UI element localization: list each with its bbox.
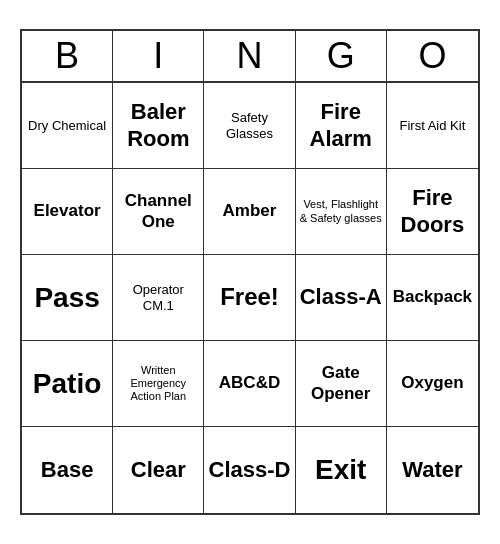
bingo-cell: Fire Alarm [296, 83, 387, 169]
header-letter: O [387, 31, 478, 81]
bingo-cell: Oxygen [387, 341, 478, 427]
bingo-cell: Gate Opener [296, 341, 387, 427]
bingo-cell: Operator CM.1 [113, 255, 204, 341]
bingo-cell: First Aid Kit [387, 83, 478, 169]
bingo-cell: Written Emergency Action Plan [113, 341, 204, 427]
bingo-cell: Elevator [22, 169, 113, 255]
bingo-cell: Safety Glasses [204, 83, 295, 169]
bingo-cell: Free! [204, 255, 295, 341]
header-letter: N [204, 31, 295, 81]
bingo-cell: Dry Chemical [22, 83, 113, 169]
bingo-cell: Clear [113, 427, 204, 513]
bingo-cell: Amber [204, 169, 295, 255]
bingo-grid: Dry ChemicalBaler RoomSafety GlassesFire… [22, 83, 478, 513]
bingo-cell: Channel One [113, 169, 204, 255]
bingo-cell: Patio [22, 341, 113, 427]
bingo-cell: Class-A [296, 255, 387, 341]
header-letter: G [296, 31, 387, 81]
bingo-cell: Backpack [387, 255, 478, 341]
bingo-cell: Vest, Flashlight & Safety glasses [296, 169, 387, 255]
header-letter: B [22, 31, 113, 81]
header-letter: I [113, 31, 204, 81]
bingo-header: BINGO [22, 31, 478, 83]
bingo-cell: Baler Room [113, 83, 204, 169]
bingo-cell: Fire Doors [387, 169, 478, 255]
bingo-cell: Exit [296, 427, 387, 513]
bingo-cell: Water [387, 427, 478, 513]
bingo-cell: Pass [22, 255, 113, 341]
bingo-cell: Base [22, 427, 113, 513]
bingo-card: BINGO Dry ChemicalBaler RoomSafety Glass… [20, 29, 480, 515]
bingo-cell: Class-D [204, 427, 295, 513]
bingo-cell: ABC&D [204, 341, 295, 427]
